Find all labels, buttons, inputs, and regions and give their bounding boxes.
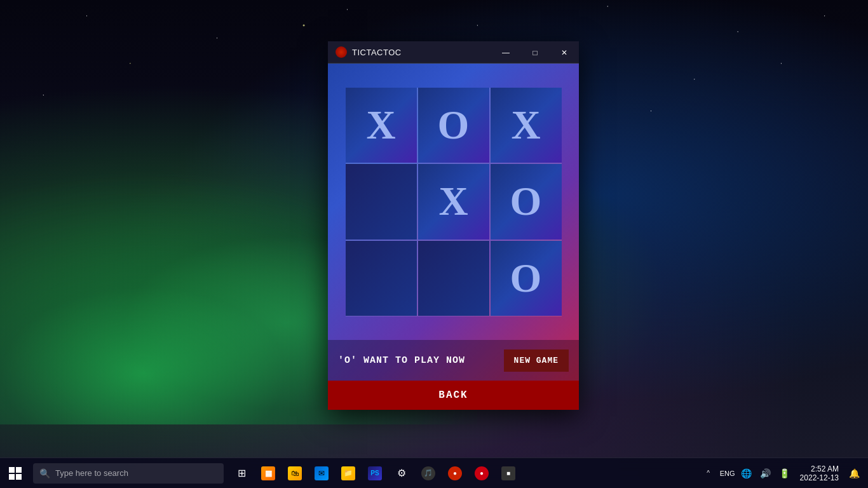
taskbar-terminal[interactable]: PS [362, 461, 388, 486]
close-button[interactable]: ✕ [550, 41, 579, 64]
taskbar-widgets[interactable]: ▦ [255, 461, 281, 486]
taskbar-taskview[interactable]: ⊞ [229, 461, 254, 486]
new-game-button[interactable]: NEW GAME [504, 349, 569, 372]
taskbar-terminal2[interactable]: ■ [496, 461, 521, 486]
cell-6[interactable] [346, 241, 417, 316]
status-text: 'O' WANT TO PLAY NOW [338, 355, 465, 366]
status-bar: 'O' WANT TO PLAY NOW NEW GAME [328, 340, 579, 381]
cell-0[interactable]: X [346, 88, 417, 163]
game-board: X O X X O O [346, 88, 562, 316]
search-placeholder-text: Type here to search [55, 468, 128, 478]
window-controls: — □ ✕ [491, 41, 579, 64]
cell-8[interactable]: O [491, 241, 562, 316]
show-hidden-icons[interactable]: ^ [700, 464, 717, 482]
clock[interactable]: 2:52 AM 2022-12-13 [795, 464, 844, 482]
windows-icon [9, 467, 22, 480]
taskbar-red-app1[interactable]: ● [442, 461, 468, 486]
minimize-button[interactable]: — [491, 41, 520, 64]
taskbar-system-tray: ^ ENG 🌐 🔊 🔋 2:52 AM 2022-12-13 🔔 [700, 464, 868, 482]
taskbar-icon-group: ⊞ ▦ 🛍 ✉ 📁 PS ⚙ 🎵 ● ● [229, 461, 521, 486]
sound-icon[interactable]: 🔊 [757, 464, 775, 482]
cell-4[interactable]: X [418, 164, 489, 240]
back-button[interactable]: BACK [328, 381, 579, 410]
search-bar[interactable]: 🔍 Type here to search [33, 463, 224, 484]
cell-1[interactable]: O [418, 88, 489, 163]
cell-7[interactable] [418, 241, 489, 316]
board-container: X O X X O O [328, 64, 579, 340]
app-icon [336, 46, 347, 58]
network-icon[interactable]: 🌐 [738, 464, 756, 482]
cell-5[interactable]: O [491, 164, 562, 240]
taskbar-red-app2[interactable]: ● [469, 461, 494, 486]
taskbar-mail[interactable]: ✉ [309, 461, 334, 486]
clock-date: 2022-12-13 [800, 473, 839, 482]
maximize-button[interactable]: □ [520, 41, 550, 64]
taskbar-store[interactable]: 🛍 [282, 461, 308, 486]
back-container: BACK [328, 381, 579, 410]
taskbar-settings[interactable]: ⚙ [389, 461, 414, 486]
desktop: TICTACTOC — □ ✕ X O X X O [0, 0, 868, 488]
notification-center[interactable]: 🔔 [845, 464, 863, 482]
cell-3[interactable] [346, 164, 417, 240]
search-icon: 🔍 [39, 468, 50, 478]
taskbar-explorer[interactable]: 📁 [336, 461, 361, 486]
start-button[interactable] [0, 458, 31, 489]
battery-icon[interactable]: 🔋 [776, 464, 794, 482]
cell-2[interactable]: X [491, 88, 562, 163]
game-window: TICTACTOC — □ ✕ X O X X O [328, 41, 579, 410]
window-titlebar: TICTACTOC — □ ✕ [328, 41, 579, 64]
taskbar: 🔍 Type here to search ⊞ ▦ 🛍 ✉ 📁 PS ⚙ � [0, 458, 868, 488]
language-indicator[interactable]: ENG [719, 464, 736, 482]
taskbar-media[interactable]: 🎵 [416, 461, 441, 486]
clock-time: 2:52 AM [800, 464, 839, 473]
game-area: X O X X O O 'O' WANT TO PLAY NOW NEW GAM… [328, 64, 579, 410]
